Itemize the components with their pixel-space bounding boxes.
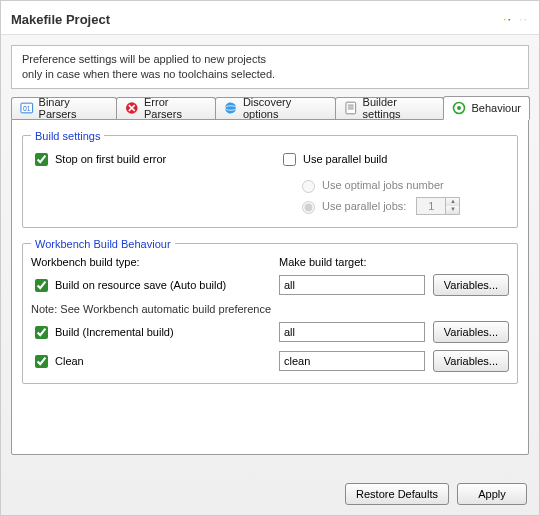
clean-input[interactable] xyxy=(35,355,48,368)
svg-rect-5 xyxy=(346,102,356,114)
dropdown-caret-icon xyxy=(508,17,511,23)
variables-button-1[interactable]: Variables... xyxy=(433,274,509,296)
use-parallel-input[interactable] xyxy=(283,153,296,166)
tab-builder-settings[interactable]: Builder settings xyxy=(335,97,444,119)
optimal-jobs-input xyxy=(302,180,315,193)
discovery-icon xyxy=(224,101,238,115)
description-line2: only in case when there was no toolchain… xyxy=(22,67,518,82)
workbench-legend: Workbench Build Behaviour xyxy=(31,238,175,250)
tab-label: Discovery options xyxy=(243,96,327,120)
build-incremental-checkbox[interactable]: Build (Incremental build) xyxy=(31,323,271,342)
document-icon xyxy=(344,101,358,115)
description-line1: Preference settings will be applied to n… xyxy=(22,52,518,67)
nav-back-button[interactable] xyxy=(501,16,513,24)
tab-label: Binary Parsers xyxy=(39,96,109,120)
tab-discovery-options[interactable]: Discovery options xyxy=(215,97,336,119)
restore-defaults-button[interactable]: Restore Defaults xyxy=(345,483,449,505)
use-parallel-checkbox[interactable]: Use parallel build xyxy=(279,150,387,169)
optimal-jobs-radio: Use optimal jobs number xyxy=(297,177,444,193)
arrow-left-icon xyxy=(503,18,506,21)
nav-forward-button[interactable] xyxy=(517,16,529,24)
tab-behaviour[interactable]: Behaviour xyxy=(443,96,530,120)
stop-on-error-label: Stop on first build error xyxy=(55,153,166,165)
variables-button-2[interactable]: Variables... xyxy=(433,321,509,343)
parallel-jobs-input xyxy=(302,201,315,214)
build-settings-legend: Build settings xyxy=(31,130,104,142)
build-on-save-input[interactable] xyxy=(35,279,48,292)
tab-label: Error Parsers xyxy=(144,96,207,120)
col-build-type: Workbench build type: xyxy=(31,256,271,268)
spinner-down-icon: ▼ xyxy=(446,206,459,214)
parallel-jobs-radio: Use parallel jobs: 1 ▲▼ xyxy=(297,197,460,215)
auto-build-note: Note: See Workbench automatic build pref… xyxy=(31,303,509,315)
tab-label: Builder settings xyxy=(363,96,436,120)
parallel-jobs-spinner: 1 ▲▼ xyxy=(416,197,460,215)
build-on-save-label: Build on resource save (Auto build) xyxy=(55,279,226,291)
build-settings-group: Build settings Stop on first build error… xyxy=(22,130,518,228)
clean-checkbox[interactable]: Clean xyxy=(31,352,271,371)
parallel-jobs-value: 1 xyxy=(417,198,445,214)
build-incremental-label: Build (Incremental build) xyxy=(55,326,174,338)
tab-binary-parsers[interactable]: 01 Binary Parsers xyxy=(11,97,117,119)
apply-button[interactable]: Apply xyxy=(457,483,527,505)
use-parallel-label: Use parallel build xyxy=(303,153,387,165)
build-incremental-input[interactable] xyxy=(35,326,48,339)
col-build-target: Make build target: xyxy=(279,256,425,268)
optimal-jobs-label: Use optimal jobs number xyxy=(322,179,444,191)
behaviour-icon xyxy=(452,101,466,115)
build-incremental-target-input[interactable] xyxy=(279,322,425,342)
description-banner: Preference settings will be applied to n… xyxy=(11,45,529,89)
variables-button-3[interactable]: Variables... xyxy=(433,350,509,372)
page-title: Makefile Project xyxy=(11,12,110,27)
spinner-up-icon: ▲ xyxy=(446,198,459,206)
clean-label: Clean xyxy=(55,355,84,367)
stop-on-error-input[interactable] xyxy=(35,153,48,166)
parallel-jobs-label: Use parallel jobs: xyxy=(322,200,406,212)
binary-icon: 01 xyxy=(20,101,34,115)
svg-text:01: 01 xyxy=(23,105,31,112)
build-on-save-target-input[interactable] xyxy=(279,275,425,295)
tab-label: Behaviour xyxy=(471,102,521,114)
clean-target-input[interactable] xyxy=(279,351,425,371)
error-icon xyxy=(125,101,139,115)
workbench-build-group: Workbench Build Behaviour Workbench buil… xyxy=(22,238,518,384)
svg-point-10 xyxy=(457,106,461,110)
arrow-right-icon xyxy=(519,18,522,21)
dropdown-caret-icon xyxy=(524,17,527,23)
stop-on-error-checkbox[interactable]: Stop on first build error xyxy=(31,150,166,169)
tab-error-parsers[interactable]: Error Parsers xyxy=(116,97,216,119)
build-on-save-checkbox[interactable]: Build on resource save (Auto build) xyxy=(31,276,271,295)
